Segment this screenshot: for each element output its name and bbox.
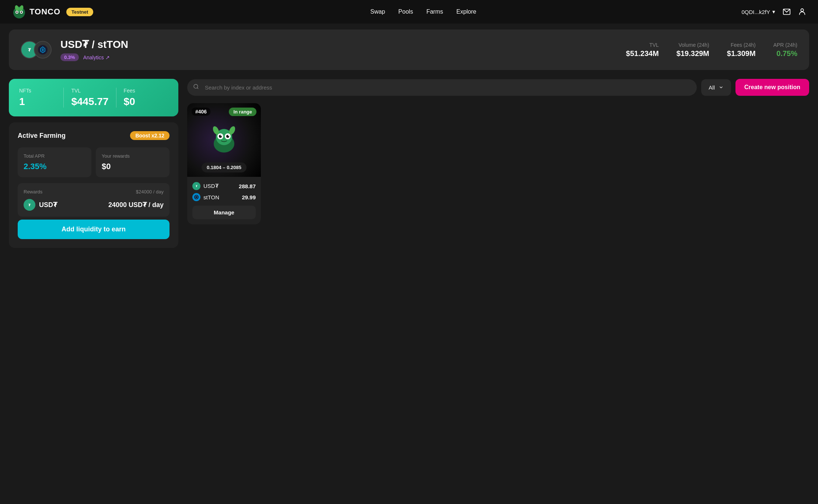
nft-fees-label: Fees <box>124 88 161 94</box>
left-panel: NFTs 1 TVL $445.77 Fees $0 Active Farmin… <box>9 79 178 248</box>
wallet-address: 0QDI...k2fY <box>741 9 770 15</box>
right-panel: All Create new position #406 In range <box>187 79 809 224</box>
farming-title: Active Farming <box>18 132 66 140</box>
svg-point-5 <box>21 11 22 13</box>
nft-tvl-label: TVL <box>71 88 108 94</box>
boost-badge[interactable]: Boost x2.12 <box>130 131 169 140</box>
search-input[interactable] <box>187 79 697 96</box>
nft-fees-value: $0 <box>124 96 161 108</box>
testnet-badge[interactable]: Testnet <box>66 8 93 16</box>
navbar: TONCO Testnet Swap Pools Farms Explore 0… <box>0 0 818 24</box>
position-card-406: #406 In range <box>187 103 261 224</box>
usdt-rewards-icon: ₮ <box>24 199 35 211</box>
total-apr-label: Total APR <box>24 153 85 159</box>
position-token2-name: stTON <box>192 193 219 201</box>
farming-card: Active Farming Boost x2.12 Total APR 2.3… <box>9 122 178 248</box>
user-icon <box>798 8 806 16</box>
nft-tvl-value: $445.77 <box>71 96 108 108</box>
stat-volume-value: $19.329M <box>677 49 709 58</box>
nft-stats-card: NFTs 1 TVL $445.77 Fees $0 <box>9 79 178 116</box>
nav-swap[interactable]: Swap <box>370 8 385 15</box>
nav-pools[interactable]: Pools <box>398 8 413 15</box>
farming-header: Active Farming Boost x2.12 <box>18 131 169 140</box>
stat-fees-label: Fees (24h) <box>727 42 756 48</box>
stat-apr-label: APR (24h) <box>773 42 797 48</box>
wallet-button[interactable]: 0QDI...k2fY ▾ <box>741 8 775 15</box>
rewards-amount: 24000 USD₮ / day <box>108 201 164 209</box>
stat-tvl-label: TVL <box>626 42 659 48</box>
mail-icon <box>783 8 791 16</box>
pool-tokens: ₮ <box>21 41 52 59</box>
nav-right: 0QDI...k2fY ▾ <box>741 8 806 16</box>
nft-count-value: 1 <box>19 96 56 108</box>
filter-label: All <box>709 84 715 91</box>
pool-fee-badge[interactable]: 0.3% <box>60 53 79 61</box>
nav-explore[interactable]: Explore <box>456 8 476 15</box>
rewards-header: Rewards $24000 / day <box>24 189 164 195</box>
stat-apr: APR (24h) 0.75% <box>773 42 797 58</box>
right-toolbar: All Create new position <box>187 79 809 96</box>
svg-text:₮: ₮ <box>28 48 31 53</box>
stat-volume: Volume (24h) $19.329M <box>677 42 709 58</box>
position-details: ₮ USD₮ 288.87 <box>187 177 261 224</box>
position-token2-row: stTON 29.99 <box>192 193 256 201</box>
logo-text: TONCO <box>29 7 60 17</box>
rewards-token: ₮ USD₮ <box>24 199 57 211</box>
filter-chevron-icon <box>719 85 724 90</box>
messages-button[interactable] <box>783 8 791 16</box>
filter-dropdown[interactable]: All <box>701 79 731 96</box>
token2-icon <box>34 41 52 59</box>
main-content: ₮ USD₮ / stTON 0.3% Analytics ↗ TVL $51. <box>0 24 818 254</box>
search-wrapper <box>187 79 697 96</box>
position-token1-amount: 288.87 <box>239 183 256 189</box>
logo-icon <box>12 4 27 19</box>
tonco-mascot <box>206 122 242 158</box>
your-rewards-label: Your rewards <box>102 153 164 159</box>
nft-count-label: NFTs <box>19 88 56 94</box>
nav-links: Swap Pools Farms Explore <box>105 8 741 15</box>
wallet-chevron-icon: ▾ <box>772 8 775 15</box>
stat-fees: Fees (24h) $1.309M <box>727 42 756 58</box>
pool-name: USD₮ / stTON <box>60 38 617 50</box>
position-token2-icon <box>192 193 200 201</box>
position-token1-row: ₮ USD₮ 288.87 <box>192 182 256 190</box>
rewards-rate: $24000 / day <box>136 189 164 195</box>
stat-tvl: TVL $51.234M <box>626 42 659 58</box>
profile-button[interactable] <box>798 8 806 16</box>
stat-apr-value: 0.75% <box>773 49 797 58</box>
svg-point-9 <box>801 9 803 11</box>
svg-point-26 <box>228 135 229 136</box>
svg-point-4 <box>16 11 18 13</box>
rewards-token-name: USD₮ <box>39 201 57 209</box>
nft-count-stat: NFTs 1 <box>19 88 64 108</box>
stat-fees-value: $1.309M <box>727 49 756 58</box>
your-rewards-value: $0 <box>102 162 164 171</box>
stat-tvl-value: $51.234M <box>626 49 659 58</box>
farming-grid: Total APR 2.35% Your rewards $0 <box>18 147 169 177</box>
pool-info: USD₮ / stTON 0.3% Analytics ↗ <box>60 38 617 61</box>
svg-text:₮: ₮ <box>28 203 31 207</box>
pool-stats: TVL $51.234M Volume (24h) $19.329M Fees … <box>626 42 797 58</box>
total-apr-box: Total APR 2.35% <box>18 147 91 177</box>
position-card-image: #406 In range <box>187 103 261 177</box>
nav-farms[interactable]: Farms <box>426 8 443 15</box>
svg-point-25 <box>221 135 222 136</box>
rewards-row: ₮ USD₮ 24000 USD₮ / day <box>24 199 164 211</box>
stat-volume-label: Volume (24h) <box>677 42 709 48</box>
position-token1-name: ₮ USD₮ <box>192 182 219 190</box>
create-position-button[interactable]: Create new position <box>735 79 809 96</box>
rewards-label: Rewards <box>24 189 42 195</box>
total-apr-value: 2.35% <box>24 162 85 171</box>
your-rewards-box: Your rewards $0 <box>96 147 169 177</box>
logo[interactable]: TONCO <box>12 4 60 19</box>
nft-tvl-stat: TVL $445.77 <box>71 88 116 108</box>
manage-button[interactable]: Manage <box>192 206 256 219</box>
pool-header: ₮ USD₮ / stTON 0.3% Analytics ↗ TVL $51. <box>9 29 809 70</box>
position-token2-amount: 29.99 <box>242 194 256 200</box>
lower-section: NFTs 1 TVL $445.77 Fees $0 Active Farmin… <box>9 79 809 248</box>
analytics-link[interactable]: Analytics ↗ <box>83 55 110 60</box>
add-liquidity-button[interactable]: Add liquidity to earn <box>18 220 169 239</box>
rewards-box: Rewards $24000 / day ₮ USD₮ <box>18 183 169 217</box>
position-price-range: 0.1804 – 0.2085 <box>202 162 247 172</box>
pool-meta: 0.3% Analytics ↗ <box>60 53 617 61</box>
